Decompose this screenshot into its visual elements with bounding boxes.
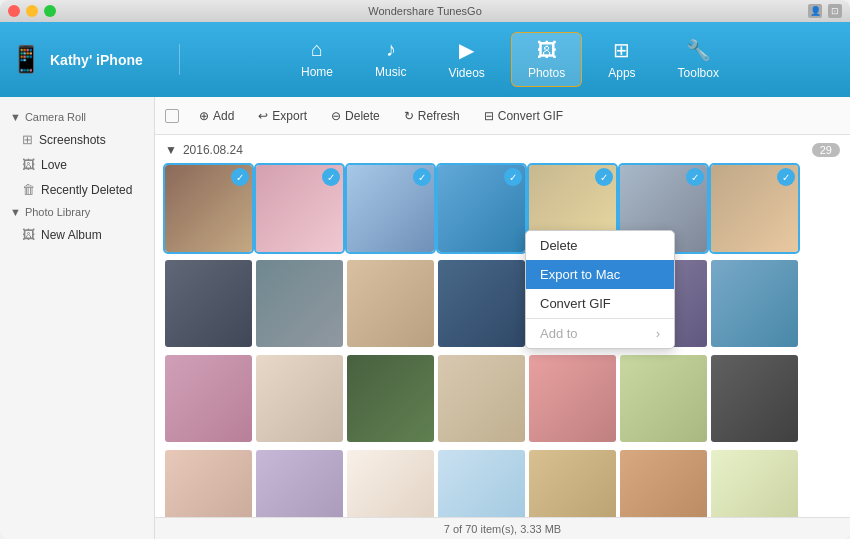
add-icon: ⊕ [199, 109, 209, 123]
nav-toolbox[interactable]: 🔧 Toolbox [662, 32, 735, 87]
music-icon: ♪ [386, 38, 396, 61]
photo-9[interactable] [256, 260, 343, 347]
sidebar-item-recently-deleted[interactable]: 🗑 Recently Deleted [0, 177, 154, 202]
photo-19[interactable] [529, 355, 616, 442]
home-icon: ⌂ [311, 38, 323, 61]
export-button[interactable]: ↩ Export [248, 105, 317, 127]
context-export-to-mac[interactable]: Export to Mac [526, 260, 674, 289]
photo-21[interactable] [711, 355, 798, 442]
settings-icon[interactable]: ⊡ [828, 4, 842, 18]
traffic-lights [8, 5, 56, 17]
nav-apps-label: Apps [608, 66, 635, 80]
sidebar-item-screenshots[interactable]: ⊞ Screenshots [0, 127, 154, 152]
add-button[interactable]: ⊕ Add [189, 105, 244, 127]
toolbar: ⊕ Add ↩ Export ⊖ Delete ↻ Refresh ⊟ Conv… [155, 97, 850, 135]
photos-row-2 [165, 260, 840, 347]
date-header: ▼ 2016.08.24 29 [165, 143, 840, 157]
sidebar-item-new-album[interactable]: 🖼 New Album [0, 222, 154, 247]
header: 📱 Kathy' iPhone ⌂ Home ♪ Music ▶ Videos … [0, 22, 850, 97]
photos-count: 29 [812, 143, 840, 157]
delete-icon: ⊖ [331, 109, 341, 123]
photo-check-6: ✓ [686, 168, 704, 186]
photo-check-3: ✓ [413, 168, 431, 186]
nav-videos[interactable]: ▶ Videos [432, 32, 500, 87]
photos-container: ▼ 2016.08.24 29 ✓ ✓ ✓ ✓ [155, 135, 850, 517]
photo-24[interactable] [347, 450, 434, 517]
date-label: 2016.08.24 [183, 143, 243, 157]
submenu-arrow: › [656, 326, 660, 341]
delete-button[interactable]: ⊖ Delete [321, 105, 390, 127]
status-text: 7 of 70 item(s), 3.33 MB [444, 523, 561, 535]
sidebar-item-love[interactable]: 🖼 Love [0, 152, 154, 177]
photo-22[interactable] [165, 450, 252, 517]
photos-icon: 🖼 [537, 39, 557, 62]
nav-photos[interactable]: 🖼 Photos [511, 32, 582, 87]
collapse-icon-2: ▼ [10, 206, 21, 218]
photos-row-4 [165, 450, 840, 517]
context-delete[interactable]: Delete [526, 231, 674, 260]
sidebar-section-photo-library: ▼ Photo Library [0, 202, 154, 222]
refresh-icon: ↻ [404, 109, 414, 123]
nav-home[interactable]: ⌂ Home [285, 32, 349, 87]
date-section: ▼ 2016.08.24 29 ✓ ✓ ✓ ✓ [165, 143, 840, 517]
album-icon: 🖼 [22, 227, 35, 242]
photo-8[interactable] [165, 260, 252, 347]
video-icon: ▶ [459, 38, 474, 62]
photo-7[interactable]: ✓ [711, 165, 798, 252]
maximize-button[interactable] [44, 5, 56, 17]
add-to-label: Add to [540, 326, 578, 341]
context-convert-gif[interactable]: Convert GIF [526, 289, 674, 318]
photo-23[interactable] [256, 450, 343, 517]
nav-home-label: Home [301, 65, 333, 79]
photo-10[interactable] [347, 260, 434, 347]
device-info: 📱 Kathy' iPhone [10, 44, 180, 75]
date-collapse-icon: ▼ [165, 143, 177, 157]
main-layout: ▼ Camera Roll ⊞ Screenshots 🖼 Love 🗑 Rec… [0, 97, 850, 539]
nav-music-label: Music [375, 65, 406, 79]
app-title: Wondershare TunesGo [368, 5, 482, 17]
photo-25[interactable] [438, 450, 525, 517]
photo-18[interactable] [438, 355, 525, 442]
photo-2[interactable]: ✓ [256, 165, 343, 252]
photo-14[interactable] [711, 260, 798, 347]
export-icon: ↩ [258, 109, 268, 123]
photo-3[interactable]: ✓ [347, 165, 434, 252]
sidebar-section-camera-roll: ▼ Camera Roll [0, 107, 154, 127]
photo-16[interactable] [256, 355, 343, 442]
photo-check-2: ✓ [322, 168, 340, 186]
nav-music[interactable]: ♪ Music [359, 32, 422, 87]
photo-check-1: ✓ [231, 168, 249, 186]
titlebar-actions: 👤 ⊡ [808, 4, 842, 18]
photo-check-4: ✓ [504, 168, 522, 186]
context-menu: Delete Export to Mac Convert GIF Add to … [525, 230, 675, 349]
photo-1[interactable]: ✓ [165, 165, 252, 252]
close-button[interactable] [8, 5, 20, 17]
photo-20[interactable] [620, 355, 707, 442]
trash-icon: 🗑 [22, 182, 35, 197]
nav-toolbox-label: Toolbox [678, 66, 719, 80]
collapse-icon: ▼ [10, 111, 21, 123]
context-add-to[interactable]: Add to › [526, 319, 674, 348]
convert-gif-button[interactable]: ⊟ Convert GIF [474, 105, 573, 127]
select-all-checkbox[interactable] [165, 109, 179, 123]
nav-apps[interactable]: ⊞ Apps [592, 32, 651, 87]
screenshots-icon: ⊞ [22, 132, 33, 147]
photo-15[interactable] [165, 355, 252, 442]
user-icon[interactable]: 👤 [808, 4, 822, 18]
refresh-button[interactable]: ↻ Refresh [394, 105, 470, 127]
photo-17[interactable] [347, 355, 434, 442]
photo-11[interactable] [438, 260, 525, 347]
content-area: ⊕ Add ↩ Export ⊖ Delete ↻ Refresh ⊟ Conv… [155, 97, 850, 539]
photo-check-5: ✓ [595, 168, 613, 186]
statusbar: 7 of 70 item(s), 3.33 MB [155, 517, 850, 539]
sidebar: ▼ Camera Roll ⊞ Screenshots 🖼 Love 🗑 Rec… [0, 97, 155, 539]
photo-27[interactable] [620, 450, 707, 517]
photo-28[interactable] [711, 450, 798, 517]
photo-4[interactable]: ✓ [438, 165, 525, 252]
device-name: Kathy' iPhone [50, 52, 143, 68]
minimize-button[interactable] [26, 5, 38, 17]
nav-photos-label: Photos [528, 66, 565, 80]
photo-26[interactable] [529, 450, 616, 517]
apps-icon: ⊞ [613, 38, 630, 62]
photos-row-3 [165, 355, 840, 442]
